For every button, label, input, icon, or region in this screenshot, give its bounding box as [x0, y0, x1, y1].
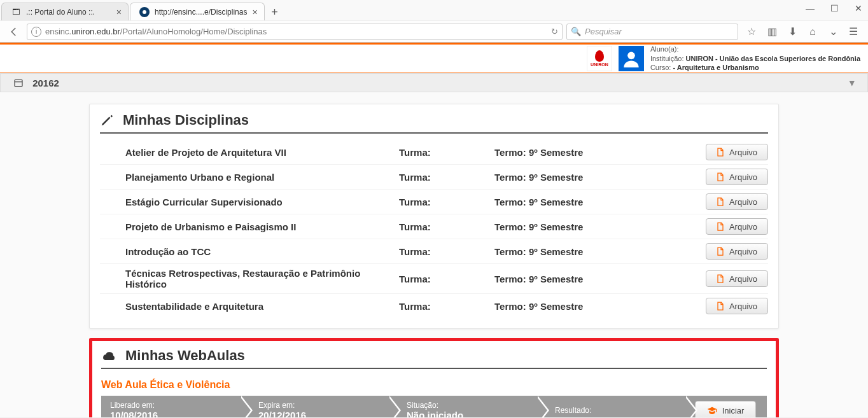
disciplina-row: Projeto de Urbanismo e Paisagismo IITurm… — [100, 214, 768, 239]
search-placeholder: Pesquisar — [585, 27, 622, 36]
new-tab-button[interactable]: + — [266, 4, 284, 20]
arquivo-button[interactable]: Arquivo — [706, 298, 768, 314]
panel-webaulas: Minhas WebAulas Web Aula Ética e Violênc… — [89, 338, 779, 417]
disciplina-name: Planejamento Urbano e Regional — [125, 172, 399, 183]
window-close-icon[interactable]: ✕ — [853, 3, 864, 14]
disciplina-termo: Termo: 9º Semestre — [494, 147, 641, 158]
disciplina-name: Atelier de Projeto de Arquitetura VII — [125, 147, 399, 158]
tab-strip: 🗔 .:: Portal do Aluno ::. × http://ensin… — [0, 0, 868, 20]
logo-uniron[interactable]: UNIRON — [587, 46, 612, 71]
disciplina-row: Sustentabilidade e ArquiteturaTurma:Term… — [100, 294, 768, 318]
search-box[interactable]: 🔍 Pesquisar — [566, 24, 738, 40]
file-icon — [717, 302, 724, 310]
cloud-download-icon — [101, 349, 116, 362]
window-controls: — ☐ ✕ — [804, 3, 864, 14]
pencil-icon — [100, 113, 114, 127]
disciplina-termo: Termo: 9º Semestre — [494, 246, 641, 257]
home-icon[interactable]: ⌂ — [807, 26, 818, 38]
window-maximize-icon[interactable]: ☐ — [829, 3, 840, 14]
file-icon — [717, 197, 724, 206]
file-icon — [717, 247, 724, 256]
file-icon — [717, 274, 724, 283]
menu-icon[interactable]: ☰ — [848, 26, 859, 38]
disciplina-turma-label: Turma: — [399, 246, 494, 257]
disciplina-termo: Termo: 9º Semestre — [494, 274, 641, 284]
url-bar[interactable]: i ensinc.uniron.edu.br/Portal/AlunoHomol… — [27, 24, 563, 40]
search-icon: 🔍 — [571, 27, 581, 36]
nav-bar: i ensinc.uniron.edu.br/Portal/AlunoHomol… — [0, 20, 868, 42]
disciplina-row: Planejamento Urbano e RegionalTurma:Term… — [100, 165, 768, 190]
window-minimize-icon[interactable]: — — [804, 3, 816, 14]
pocket-icon[interactable]: ⌄ — [827, 26, 839, 38]
panel-disciplinas: Minhas Disciplinas Atelier de Projeto de… — [89, 104, 779, 329]
arquivo-button[interactable]: Arquivo — [706, 243, 768, 260]
back-button[interactable] — [5, 23, 23, 41]
url-text: ensinc.uniron.edu.br/Portal/AlunoHomolog… — [45, 27, 551, 36]
svg-point-1 — [143, 10, 146, 14]
page-viewport: UNIRON Aluno(a): Instituição: UNIRON - U… — [0, 43, 868, 417]
disciplina-name: Introdução ao TCC — [125, 246, 399, 257]
chevron-down-icon: ▾ — [850, 77, 855, 88]
disciplina-row: Técnicas Retrospectivas, Restauração e P… — [100, 264, 768, 294]
step-liberado: Liberado em: 10/08/2016 — [101, 396, 239, 417]
toolbar-icons: ☆ ▥ ⬇ ⌂ ⌄ ☰ — [742, 26, 863, 38]
disciplina-turma-label: Turma: — [399, 274, 494, 284]
disciplina-turma-label: Turma: — [399, 301, 494, 312]
disciplina-name: Sustentabilidade e Arquitetura — [125, 301, 399, 312]
file-icon — [717, 222, 724, 231]
panel-title-webaulas: Minhas WebAulas — [101, 347, 767, 369]
reload-icon[interactable]: ↻ — [551, 27, 558, 36]
arquivo-button[interactable]: Arquivo — [706, 193, 768, 210]
library-icon[interactable]: ▥ — [766, 26, 778, 38]
avatar[interactable] — [619, 46, 644, 71]
semester-bar-top[interactable]: 20162 ▾ — [0, 73, 868, 92]
disciplina-name: Estágio Curricular Supervisionado — [125, 197, 399, 207]
site-info-icon[interactable]: i — [31, 27, 41, 37]
file-icon — [717, 148, 724, 157]
browser-chrome: — ☐ ✕ 🗔 .:: Portal do Aluno ::. × http:/… — [0, 0, 868, 43]
webaula-item-name[interactable]: Web Aula Ética e Violência — [101, 379, 767, 391]
disciplinas-list: Atelier de Projeto de Arquitetura VIITur… — [100, 140, 768, 318]
tab-title: http://ensinc....e/Disciplinas — [155, 8, 247, 17]
webaula-progress: Liberado em: 10/08/2016 Expira em: 20/12… — [101, 396, 767, 417]
disciplina-termo: Termo: 9º Semestre — [494, 301, 641, 312]
arquivo-button[interactable]: Arquivo — [706, 144, 768, 160]
arquivo-button[interactable]: Arquivo — [706, 218, 768, 235]
file-icon — [717, 172, 724, 181]
disciplina-row: Introdução ao TCCTurma:Termo: 9º Semestr… — [100, 239, 768, 264]
student-info: Aluno(a): Instituição: UNIRON - União da… — [650, 45, 860, 73]
browser-tab-0[interactable]: 🗔 .:: Portal do Aluno ::. × — [1, 3, 129, 20]
content-area: Minhas Disciplinas Atelier de Projeto de… — [0, 92, 868, 417]
tab-title: .:: Portal do Aluno ::. — [26, 8, 111, 17]
bookmark-icon[interactable]: ☆ — [746, 26, 757, 38]
arquivo-button[interactable]: Arquivo — [706, 270, 768, 287]
disciplina-row: Atelier de Projeto de Arquitetura VIITur… — [100, 140, 768, 165]
disciplina-name: Técnicas Retrospectivas, Restauração e P… — [125, 268, 399, 289]
site-header: UNIRON Aluno(a): Instituição: UNIRON - U… — [0, 43, 868, 73]
disciplina-termo: Termo: 9º Semestre — [494, 221, 641, 232]
calendar-icon — [13, 78, 26, 88]
graduation-cap-icon — [707, 406, 717, 415]
iniciar-button[interactable]: Iniciar — [695, 401, 757, 417]
arquivo-button[interactable]: Arquivo — [706, 169, 768, 185]
browser-tab-1[interactable]: http://ensinc....e/Disciplinas × — [130, 3, 265, 20]
disciplina-termo: Termo: 9º Semestre — [494, 172, 641, 183]
panel-title-disciplinas: Minhas Disciplinas — [100, 112, 768, 134]
svg-rect-3 — [15, 80, 22, 87]
disciplina-turma-label: Turma: — [399, 197, 494, 207]
disciplina-name: Projeto de Urbanismo e Paisagismo II — [125, 221, 399, 232]
tab-close-icon[interactable]: × — [252, 7, 257, 17]
disciplina-turma-label: Turma: — [399, 221, 494, 232]
tab-close-icon[interactable]: × — [116, 7, 122, 17]
disciplina-turma-label: Turma: — [399, 147, 494, 158]
downloads-icon[interactable]: ⬇ — [787, 26, 798, 38]
tab-favicon-icon: 🗔 — [11, 7, 21, 17]
tab-favicon-icon — [139, 7, 150, 17]
semester-label: 20162 — [32, 78, 59, 88]
disciplina-termo: Termo: 9º Semestre — [494, 197, 641, 207]
step-expira: Expira em: 20/12/2016 — [239, 396, 388, 417]
disciplina-row: Estágio Curricular SupervisionadoTurma:T… — [100, 190, 768, 214]
step-situacao: Situação: Não iniciado — [388, 396, 536, 417]
svg-point-2 — [627, 52, 635, 60]
flame-icon — [595, 50, 604, 62]
